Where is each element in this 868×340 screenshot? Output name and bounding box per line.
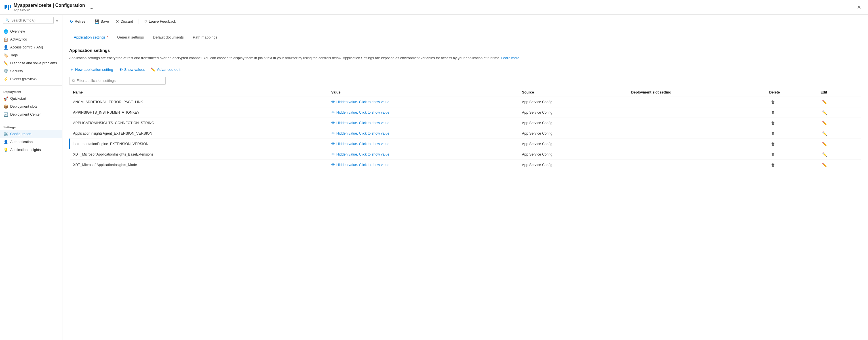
authentication-icon: 👤 xyxy=(3,140,8,144)
tab-asterisk: * xyxy=(105,35,108,39)
delete-button[interactable]: 🗑 xyxy=(769,151,777,157)
edit-button[interactable]: ✏️ xyxy=(820,141,829,147)
eye-icon: 👁 xyxy=(331,142,335,146)
filter-icon: ⧉ xyxy=(72,78,75,83)
sidebar-item-tags[interactable]: 🏷️ Tags xyxy=(0,51,62,59)
hidden-value-link[interactable]: 👁 Hidden value. Click to show value xyxy=(331,110,515,114)
edit-button[interactable]: ✏️ xyxy=(820,120,829,126)
delete-button[interactable]: 🗑 xyxy=(769,162,777,168)
delete-button[interactable]: 🗑 xyxy=(769,99,777,105)
cell-delete[interactable]: 🗑 xyxy=(766,97,817,107)
cell-delete[interactable]: 🗑 xyxy=(766,107,817,117)
cell-name: APPLICATIONINSIGHTS_CONNECTION_STRING xyxy=(70,117,328,128)
delete-button[interactable]: 🗑 xyxy=(769,141,777,147)
cell-edit[interactable]: ✏️ xyxy=(817,139,861,149)
delete-button[interactable]: 🗑 xyxy=(769,110,777,115)
cell-edit[interactable]: ✏️ xyxy=(817,117,861,128)
events-icon: ⚡ xyxy=(3,77,8,81)
cell-edit[interactable]: ✏️ xyxy=(817,97,861,107)
sidebar-item-access-control-label: Access control (IAM) xyxy=(10,45,43,49)
cell-value[interactable]: 👁 Hidden value. Click to show value xyxy=(328,149,519,160)
discard-icon: ✕ xyxy=(116,19,119,24)
cell-value[interactable]: 👁 Hidden value. Click to show value xyxy=(328,160,519,170)
new-setting-button[interactable]: ＋ New application setting xyxy=(69,66,114,73)
ellipsis-button[interactable]: ... xyxy=(88,4,95,10)
sidebar-item-diagnose-label: Diagnose and solve problems xyxy=(10,61,57,65)
edit-button[interactable]: ✏️ xyxy=(820,151,829,157)
sidebar-item-security[interactable]: 🛡️ Security xyxy=(0,67,62,75)
cell-edit[interactable]: ✏️ xyxy=(817,160,861,170)
close-button[interactable]: ✕ xyxy=(855,3,864,12)
feedback-button[interactable]: ♡ Leave Feedback xyxy=(141,18,179,25)
edit-button[interactable]: ✏️ xyxy=(820,131,829,136)
sidebar-item-quickstart[interactable]: 🚀 Quickstart xyxy=(0,95,62,103)
tab-path-mappings[interactable]: Path mappings xyxy=(188,33,222,42)
cell-edit[interactable]: ✏️ xyxy=(817,149,861,160)
toolbar-separator xyxy=(138,19,138,24)
page-content: Application settings * General settings … xyxy=(62,28,868,340)
cell-delete[interactable]: 🗑 xyxy=(766,139,817,149)
discard-button[interactable]: ✕ Discard xyxy=(113,18,136,25)
edit-button[interactable]: ✏️ xyxy=(820,110,829,115)
sidebar-item-app-insights[interactable]: 💡 Application Insights xyxy=(0,146,62,154)
sidebar-item-configuration[interactable]: ⚙️ Configuration xyxy=(0,130,62,138)
learn-more-link[interactable]: Learn more xyxy=(501,56,519,60)
toolbar: ↻ Refresh 💾 Save ✕ Discard ♡ Leave Feedb… xyxy=(62,15,868,28)
sidebar-item-configuration-label: Configuration xyxy=(10,132,31,136)
cell-edit[interactable]: ✏️ xyxy=(817,128,861,139)
table-header-row: Name Value Source Deployment slot settin… xyxy=(70,88,862,97)
hidden-value-link[interactable]: 👁 Hidden value. Click to show value xyxy=(331,152,515,157)
tab-default-documents[interactable]: Default documents xyxy=(148,33,188,42)
hidden-value-link[interactable]: 👁 Hidden value. Click to show value xyxy=(331,131,515,135)
filter-input[interactable] xyxy=(76,79,162,83)
edit-button[interactable]: ✏️ xyxy=(820,162,829,168)
azure-logo xyxy=(4,5,11,10)
page-title: Myappservicesite | Configuration xyxy=(13,3,85,8)
cell-value[interactable]: 👁 Hidden value. Click to show value xyxy=(328,139,519,149)
tab-app-settings[interactable]: Application settings * xyxy=(69,33,113,42)
cell-source: App Service Config xyxy=(519,117,628,128)
col-slot: Deployment slot setting xyxy=(628,88,766,97)
app-subtitle: App Service xyxy=(13,8,85,12)
delete-button[interactable]: 🗑 xyxy=(769,120,777,126)
refresh-icon: ↻ xyxy=(70,19,73,24)
sidebar-item-access-control[interactable]: 👤 Access control (IAM) xyxy=(0,43,62,51)
cell-delete[interactable]: 🗑 xyxy=(766,128,817,139)
sidebar-item-overview[interactable]: 🌐 Overview xyxy=(0,28,62,35)
tab-general-settings[interactable]: General settings xyxy=(113,33,149,42)
sidebar: 🔍 « 🌐 Overview 📋 Activity log 👤 Access c… xyxy=(0,15,62,340)
sidebar-item-activity-log[interactable]: 📋 Activity log xyxy=(0,35,62,43)
advanced-edit-button[interactable]: ✏️ Advanced edit xyxy=(150,66,181,73)
hidden-value-link[interactable]: 👁 Hidden value. Click to show value xyxy=(331,100,515,104)
sidebar-item-deployment-slots-label: Deployment slots xyxy=(10,105,37,108)
cell-value[interactable]: 👁 Hidden value. Click to show value xyxy=(328,117,519,128)
refresh-button[interactable]: ↻ Refresh xyxy=(67,18,91,25)
delete-button[interactable]: 🗑 xyxy=(769,131,777,136)
show-values-button[interactable]: 👁 Show values xyxy=(118,66,146,73)
hidden-value-link[interactable]: 👁 Hidden value. Click to show value xyxy=(331,142,515,146)
col-source: Source xyxy=(519,88,628,97)
cell-name: InstrumentationEngine_EXTENSION_VERSION xyxy=(70,139,328,149)
cell-delete[interactable]: 🗑 xyxy=(766,149,817,160)
table-row: APPINSIGHTS_INSTRUMENTATIONKEY👁 Hidden v… xyxy=(70,107,862,117)
app-icon xyxy=(4,5,11,10)
cell-slot-setting xyxy=(628,117,766,128)
search-input[interactable] xyxy=(11,19,51,22)
save-button[interactable]: 💾 Save xyxy=(92,18,112,25)
hidden-value-link[interactable]: 👁 Hidden value. Click to show value xyxy=(331,121,515,125)
cell-edit[interactable]: ✏️ xyxy=(817,107,861,117)
hidden-value-link[interactable]: 👁 Hidden value. Click to show value xyxy=(331,163,515,167)
cell-value[interactable]: 👁 Hidden value. Click to show value xyxy=(328,128,519,139)
cell-delete[interactable]: 🗑 xyxy=(766,117,817,128)
sidebar-item-deployment-center[interactable]: 🔄 Deployment Center xyxy=(0,110,62,118)
sidebar-item-authentication[interactable]: 👤 Authentication xyxy=(0,138,62,146)
eye-icon: 👁 xyxy=(119,67,123,72)
sidebar-item-events[interactable]: ⚡ Events (preview) xyxy=(0,75,62,83)
sidebar-item-diagnose[interactable]: ✏️ Diagnose and solve problems xyxy=(0,59,62,67)
cell-delete[interactable]: 🗑 xyxy=(766,160,817,170)
edit-button[interactable]: ✏️ xyxy=(820,99,829,105)
cell-value[interactable]: 👁 Hidden value. Click to show value xyxy=(328,97,519,107)
collapse-sidebar-button[interactable]: « xyxy=(55,17,59,24)
cell-value[interactable]: 👁 Hidden value. Click to show value xyxy=(328,107,519,117)
sidebar-item-deployment-slots[interactable]: 📦 Deployment slots xyxy=(0,103,62,110)
